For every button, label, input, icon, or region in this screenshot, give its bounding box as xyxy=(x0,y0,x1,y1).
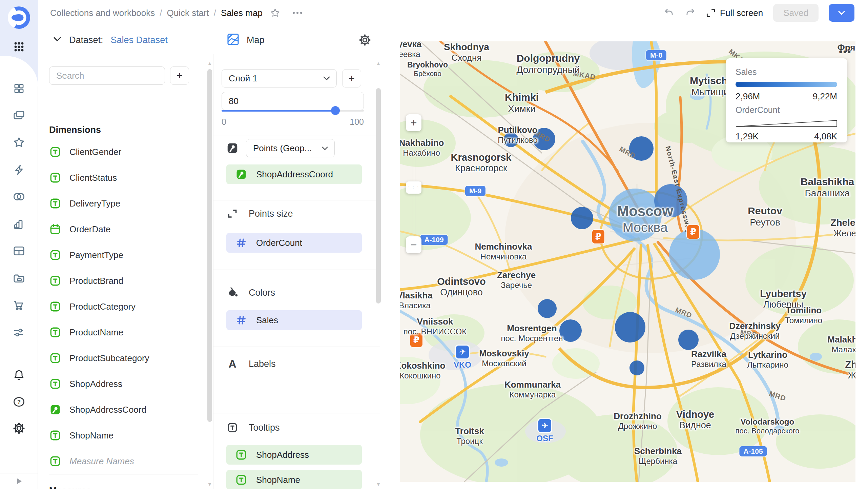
geotype-select[interactable]: Points (Geop... xyxy=(246,139,335,157)
dataset-name-link[interactable]: Sales Dataset xyxy=(111,35,168,45)
dataset-panel: + Dimensions ClientGenderClientStatusDel… xyxy=(38,26,213,489)
opacity-min: 0 xyxy=(222,117,226,127)
field-item-deliverytype[interactable]: DeliveryType xyxy=(49,191,198,216)
airport-icon: ✈ xyxy=(455,345,470,359)
points-size-field-name: OrderCount xyxy=(256,238,302,248)
scrollbar-thumb[interactable] xyxy=(207,69,212,422)
data-bubble[interactable] xyxy=(615,312,645,343)
scrollbar-thumb[interactable] xyxy=(376,88,381,304)
data-bubble[interactable] xyxy=(533,128,555,150)
datalens-logo[interactable] xyxy=(7,6,30,29)
field-item-orderdate[interactable]: OrderDate xyxy=(49,216,198,242)
field-item-productname[interactable]: ProductName xyxy=(49,319,198,345)
add-layer-button[interactable]: + xyxy=(342,69,361,87)
help-icon[interactable]: ? xyxy=(0,392,38,411)
map-more-options-icon[interactable]: ••• xyxy=(839,46,852,58)
points-size-field-chip[interactable]: OrderCount xyxy=(226,233,362,253)
layer-select[interactable]: Слой 1 xyxy=(222,69,337,87)
settings-gear-icon[interactable] xyxy=(0,419,38,438)
field-item-shopaddresscoord[interactable]: ShopAddressCoord xyxy=(49,397,198,423)
field-item-clientgender[interactable]: ClientGender xyxy=(49,139,198,165)
sidebar-item-marketplace[interactable] xyxy=(0,296,38,315)
notifications-bell-icon[interactable] xyxy=(0,366,38,385)
sidebar-item-datasets[interactable] xyxy=(0,187,38,206)
field-item-paymenttype[interactable]: PaymentType xyxy=(49,242,198,268)
save-button[interactable]: Saved xyxy=(773,4,819,22)
settings-scrollbar[interactable]: ▲ ▼ xyxy=(375,54,381,489)
zoom-out-button[interactable]: − xyxy=(406,236,421,253)
apps-grid-icon[interactable] xyxy=(0,37,38,56)
zoom-in-button[interactable]: + xyxy=(406,114,421,131)
data-bubble[interactable] xyxy=(609,189,662,241)
colors-field-chip[interactable]: Sales xyxy=(226,310,362,330)
map-canvas[interactable]: MKADMKADMKADMRDMRDMRDMRDMRDNorth-East Ex… xyxy=(400,41,855,482)
legend-sales-min: 2,96M xyxy=(736,91,760,102)
geopoint-field-icon xyxy=(49,404,61,416)
metro-ruble-icon: ₽ xyxy=(686,224,700,239)
opacity-input[interactable]: 80 xyxy=(222,92,364,110)
tooltip-field-chip-shopaddress[interactable]: ShopAddress xyxy=(226,445,362,465)
tooltip-field-name: ShopName xyxy=(256,475,300,485)
data-bubble[interactable] xyxy=(629,360,644,375)
text-field-icon xyxy=(49,378,61,390)
data-bubble[interactable] xyxy=(629,136,654,161)
field-item-productbrand[interactable]: ProductBrand xyxy=(49,268,198,294)
sidebar-item-quick-actions[interactable] xyxy=(0,160,38,179)
sidebar-item-collections[interactable] xyxy=(0,106,38,125)
text-field-icon xyxy=(49,146,61,158)
legend-sales-max: 9,22M xyxy=(813,91,837,102)
undo-icon[interactable] xyxy=(664,8,675,18)
dataset-scrollbar[interactable]: ▲ ▼ xyxy=(207,54,213,489)
sidebar-item-charts[interactable] xyxy=(0,214,38,233)
breadcrumb-workbook[interactable]: Quick start xyxy=(167,8,209,18)
favorite-star-icon[interactable] xyxy=(270,8,280,18)
geotype-select-value: Points (Geop... xyxy=(253,143,312,154)
metro-ruble-icon: ₽ xyxy=(592,229,605,244)
sidebar-item-services[interactable] xyxy=(0,323,38,342)
breadcrumb-collections[interactable]: Collections and workbooks xyxy=(50,8,155,18)
date-field-icon xyxy=(49,223,61,235)
save-dropdown-button[interactable] xyxy=(829,4,854,22)
geopoint-field-chip[interactable]: ShopAddressCoord xyxy=(226,164,362,184)
points-size-icon xyxy=(226,208,239,220)
add-field-button[interactable]: + xyxy=(170,66,189,85)
sidebar-item-favorites[interactable] xyxy=(0,133,38,152)
field-item-measure-names[interactable]: Measure Names xyxy=(49,448,198,474)
fullscreen-button[interactable]: Full screen xyxy=(706,8,763,18)
rail-collapse-button[interactable] xyxy=(0,473,38,489)
field-item-productcategory[interactable]: ProductCategory xyxy=(49,294,198,319)
chart-settings-gear-icon[interactable] xyxy=(358,34,371,48)
slider-knob[interactable] xyxy=(331,106,340,115)
redo-icon[interactable] xyxy=(685,8,696,18)
zoom-slider-handle[interactable]: · · · · xyxy=(406,181,421,194)
metro-ruble-icon: ₽ xyxy=(410,333,423,348)
search-input[interactable] xyxy=(49,66,165,85)
data-bubble[interactable] xyxy=(654,184,687,217)
tooltip-field-name: ShopAddress xyxy=(256,450,309,460)
field-item-productsubcategory[interactable]: ProductSubcategory xyxy=(49,345,198,371)
field-name: ProductSubcategory xyxy=(69,353,149,364)
sidebar-item-dashboards[interactable] xyxy=(0,79,38,98)
data-bubble[interactable] xyxy=(678,330,699,350)
data-bubble[interactable] xyxy=(571,207,593,229)
opacity-max: 100 xyxy=(350,117,364,127)
more-actions-icon[interactable] xyxy=(292,11,303,15)
colors-bucket-icon xyxy=(226,287,239,299)
sidebar-item-storage[interactable] xyxy=(0,269,38,288)
map-chart-type-icon[interactable] xyxy=(226,33,240,47)
field-item-shopaddress[interactable]: ShopAddress xyxy=(49,371,198,397)
text-field-icon xyxy=(49,429,61,442)
text-field-icon xyxy=(49,352,61,364)
field-item-clientstatus[interactable]: ClientStatus xyxy=(49,165,198,191)
tooltip-field-chip-shopname[interactable]: ShopName xyxy=(226,470,362,489)
colors-label: Colors xyxy=(249,288,275,298)
field-item-shopname[interactable]: ShopName xyxy=(49,423,198,448)
dataset-collapse-chevron-icon[interactable] xyxy=(53,36,62,44)
data-bubble[interactable] xyxy=(503,132,518,147)
opacity-slider[interactable] xyxy=(222,109,364,112)
sidebar-item-tables[interactable] xyxy=(0,241,38,260)
data-bubble[interactable] xyxy=(538,299,557,318)
dataset-panel-header: Dataset: Sales Dataset xyxy=(38,26,213,54)
airport-code-label: VKO xyxy=(454,360,471,370)
data-bubble[interactable] xyxy=(559,319,582,342)
